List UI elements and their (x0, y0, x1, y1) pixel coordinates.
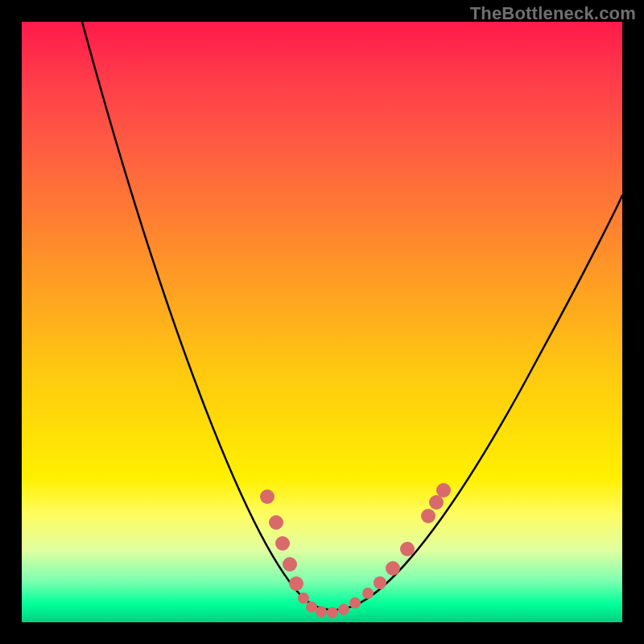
curve-marker (306, 601, 317, 613)
curve-marker (421, 509, 436, 523)
curve-marker (298, 592, 309, 604)
marker-layer (260, 483, 451, 618)
curve-marker (316, 606, 327, 617)
curve-marker (283, 557, 297, 572)
curve-marker (386, 561, 400, 576)
chart-svg (22, 22, 622, 622)
curve-marker (289, 576, 303, 591)
curve-marker (400, 542, 415, 556)
curve-marker (327, 607, 338, 618)
curve-marker (436, 483, 451, 497)
curve-marker (374, 576, 386, 589)
curve-marker (338, 604, 349, 615)
curve-marker (269, 515, 283, 530)
curve-marker (362, 588, 374, 599)
curve-layer (82, 22, 622, 610)
bottleneck-curve (82, 22, 622, 610)
curve-marker (429, 495, 444, 510)
curve-marker (260, 489, 275, 504)
curve-marker (349, 597, 361, 609)
curve-marker (275, 536, 290, 551)
watermark-text: TheBottleneck.com (470, 3, 636, 24)
